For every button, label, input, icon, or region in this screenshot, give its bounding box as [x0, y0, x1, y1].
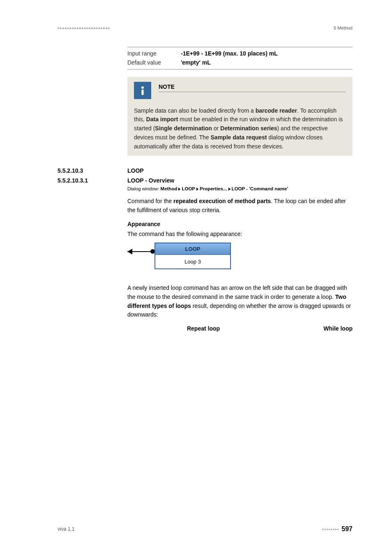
dialog-window-path: Dialog window: MethodLOOPProperties...LO…: [127, 186, 353, 191]
section-body: Dialog window: MethodLOOPProperties...LO…: [127, 186, 353, 332]
svg-point-0: [141, 86, 144, 89]
loop-command-illustration: LOOP Loop 3: [127, 243, 234, 276]
section-heading-loop-overview: 5.5.2.10.3.1 LOOP - Overview: [58, 177, 353, 184]
param-value: -1E+99 - 1E+99 (max. 10 places) mL: [181, 49, 278, 58]
info-icon: [134, 82, 151, 99]
intro-paragraph: Command for the repeated execution of me…: [127, 197, 353, 215]
loop-type-while: While loop: [279, 325, 353, 332]
param-table-area: Input range -1E+99 - 1E+99 (max. 10 plac…: [127, 47, 353, 156]
dialog-part: Properties...: [200, 186, 227, 191]
page-number: 597: [341, 525, 353, 533]
loop-box-header: LOOP: [155, 243, 230, 255]
param-label: Input range: [127, 49, 181, 58]
bold: repeated execution of method parts: [173, 198, 271, 204]
note-callout: NOTE Sample data can also be loaded dire…: [127, 77, 353, 156]
page-header: ■■■■■■■■■■■■■■■■■■■■■■ 5 Method: [58, 25, 353, 30]
triangle-separator-icon: [228, 187, 231, 191]
parameter-block: Input range -1E+99 - 1E+99 (max. 10 plac…: [127, 47, 353, 69]
text: Command for the: [127, 198, 173, 204]
arrow-line: [127, 251, 153, 252]
dialog-part: Method: [161, 186, 178, 191]
svg-rect-1: [142, 90, 144, 95]
header-ornament-left: ■■■■■■■■■■■■■■■■■■■■■■: [58, 26, 110, 30]
loop-box-body: Loop 3: [155, 255, 230, 268]
dialog-prefix: Dialog window:: [127, 186, 161, 191]
section-heading-loop: 5.5.2.10.3 LOOP: [58, 167, 353, 174]
triangle-separator-icon: [196, 187, 198, 191]
note-bold: Sample data request: [211, 134, 267, 141]
dialog-part: LOOP - 'Command name': [232, 186, 288, 191]
footer-right: ■■■■■■■■ 597: [322, 525, 353, 533]
footer-product: viva 1.1: [58, 526, 74, 532]
param-row-default-value: Default value 'empty' mL: [127, 58, 353, 67]
note-bold: Single determination: [155, 125, 212, 132]
note-title: NOTE: [159, 83, 346, 92]
appearance-text: The command has the following appearance…: [127, 230, 353, 239]
appearance-heading: Appearance: [127, 221, 353, 227]
dialog-part: LOOP: [182, 186, 195, 191]
note-bold: Determination series: [220, 125, 277, 132]
section-number: 5.5.2.10.3: [58, 167, 127, 174]
note-text: or: [212, 125, 220, 132]
note-bold: Data import: [146, 116, 178, 123]
loop-explanation: A newly inserted loop command has an arr…: [127, 284, 353, 319]
note-text: Sample data can also be loaded directly …: [134, 107, 256, 114]
note-body: Sample data can also be loaded directly …: [134, 106, 346, 151]
section-title: LOOP: [127, 167, 144, 174]
loop-box: LOOP Loop 3: [154, 243, 231, 269]
loop-types-row: Repeat loop While loop: [127, 325, 353, 332]
note-bold: barcode reader: [256, 107, 297, 114]
param-label: Default value: [127, 58, 181, 67]
note-header: NOTE: [134, 82, 346, 99]
triangle-separator-icon: [178, 187, 180, 191]
loop-type-repeat: Repeat loop: [127, 325, 279, 332]
section-number: 5.5.2.10.3.1: [58, 177, 127, 184]
page-footer: viva 1.1 ■■■■■■■■ 597: [58, 525, 353, 533]
header-section-label: 5 Method: [334, 25, 353, 30]
text: A newly inserted loop command has an arr…: [127, 284, 347, 300]
footer-ornament: ■■■■■■■■: [322, 528, 339, 531]
param-value: 'empty' mL: [181, 58, 211, 67]
section-title: LOOP - Overview: [127, 177, 174, 184]
param-row-input-range: Input range -1E+99 - 1E+99 (max. 10 plac…: [127, 49, 353, 58]
